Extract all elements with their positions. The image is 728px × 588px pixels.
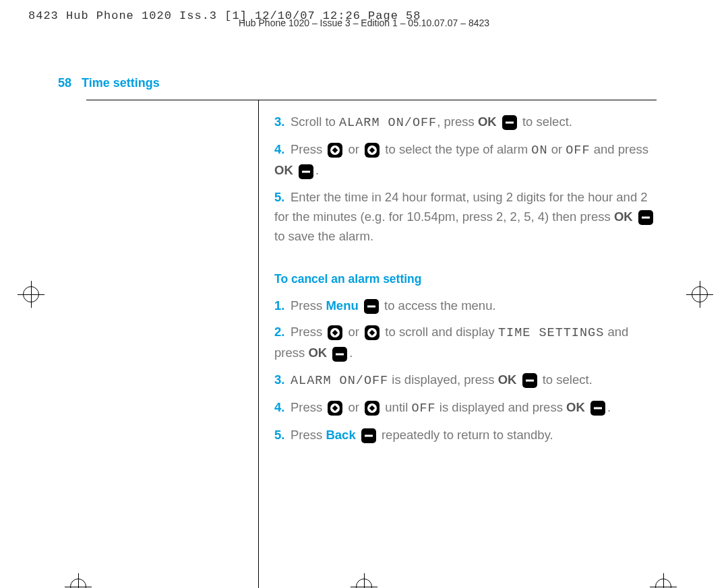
cancel-step-1: 1.Press Menu to access the menu. [274,296,657,315]
registration-mark-left [18,281,44,308]
nav-up-icon [328,401,342,416]
nav-up-icon [328,325,342,340]
horizontal-rule [86,100,657,100]
ok-button-icon [332,347,347,362]
body-text: 3.Scroll to ALARM ON/OFF, press OK to se… [274,112,657,451]
step-4: 4.Press or to select the type of alarm O… [274,139,657,180]
page-heading: 58 Time settings [58,76,160,90]
step-5: 5.Enter the time in 24 hour format, usin… [274,187,657,247]
ok-button-icon [590,401,605,416]
nav-up-icon [328,143,342,158]
cancel-step-2: 2.Press or to scroll and display TIME SE… [274,322,657,362]
back-button-icon [361,428,376,443]
registration-mark-bottom-left [65,573,92,588]
registration-mark-right [686,281,713,308]
ok-button-icon [502,115,517,130]
ok-button-icon [299,164,313,179]
menu-button-icon [364,299,379,314]
step-3: 3.Scroll to ALARM ON/OFF, press OK to se… [274,112,657,133]
registration-mark-bottom-right [650,573,677,588]
registration-mark-bottom-center [351,573,377,588]
print-header-2: Hub Phone 1020 – Issue 3 – Edition 1 – 0… [239,18,489,28]
cancel-step-3: 3.ALARM ON/OFF is displayed, press OK to… [274,370,657,391]
ok-button-icon [638,210,653,225]
nav-down-icon [365,401,380,416]
cancel-step-5: 5.Press Back repeatedly to return to sta… [274,425,657,445]
vertical-rule [258,100,259,588]
page-number: 58 [58,76,71,90]
subheading-cancel-alarm: To cancel an alarm setting [274,269,657,289]
section-title: Time settings [82,76,160,90]
nav-down-icon [365,143,380,158]
ok-button-icon [522,373,537,388]
nav-down-icon [365,325,380,340]
cancel-step-4: 4.Press or until OFF is displayed and pr… [274,397,657,418]
